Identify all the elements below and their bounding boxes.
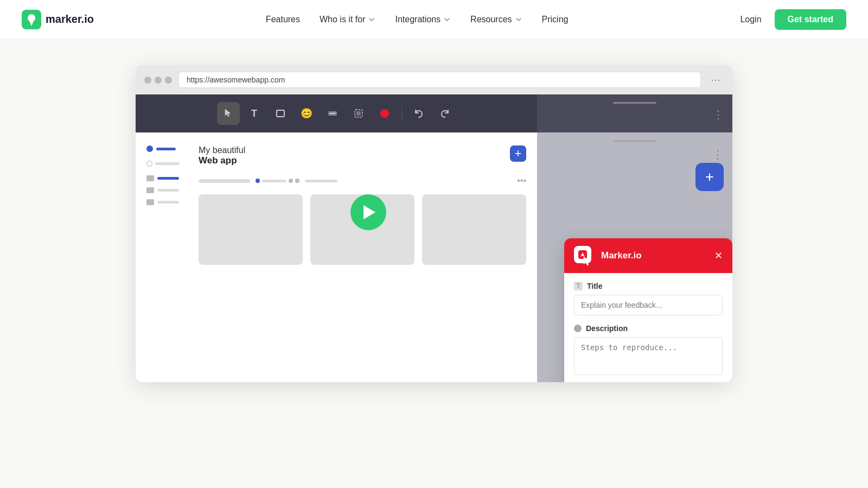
- sidebar-icon: [146, 199, 154, 205]
- title-input[interactable]: [574, 295, 723, 315]
- progress-track: [262, 180, 286, 182]
- description-field-header: Description: [574, 324, 723, 333]
- marker-logo-with-cursor: [574, 246, 593, 265]
- svg-rect-10: [146, 187, 154, 193]
- title-field: T Title: [574, 282, 723, 315]
- text-tool-button[interactable]: T: [243, 102, 266, 125]
- sidebar-icon: [146, 175, 154, 181]
- fab-plus-button[interactable]: +: [695, 163, 724, 191]
- preview-area: My beautiful Web app +: [136, 132, 732, 382]
- sidebar-search-bar: [155, 162, 180, 165]
- title-label: Title: [587, 282, 603, 290]
- play-triangle-icon: [363, 205, 375, 219]
- color-icon: [379, 108, 390, 119]
- sidebar-item: [146, 199, 190, 205]
- description-icon: [574, 325, 582, 332]
- browser-mockup: https://awesomewebapp.com ⋯ T 😊: [136, 65, 732, 382]
- preview-main-content: My beautiful Web app +: [199, 145, 526, 369]
- rectangle-tool-button[interactable]: [269, 102, 292, 125]
- sidebar-icon: [146, 187, 154, 193]
- get-started-button[interactable]: Get started: [775, 9, 846, 30]
- toolbar-separator: [401, 106, 402, 121]
- main-content: https://awesomewebapp.com ⋯ T 😊: [0, 39, 868, 408]
- logo[interactable]: marker.io: [22, 10, 94, 29]
- undo-button[interactable]: [407, 102, 430, 125]
- logo-icon: [22, 10, 41, 29]
- chevron-down-icon: [368, 16, 375, 23]
- nav-links: Features Who is it for Integrations Reso…: [266, 15, 569, 24]
- cursor-arrow-icon: [583, 256, 595, 268]
- annotation-more-icon[interactable]: ⋮: [713, 108, 724, 121]
- website-preview: My beautiful Web app +: [136, 132, 537, 382]
- nav-resources[interactable]: Resources: [470, 15, 522, 24]
- preview-sidebar: [146, 145, 190, 369]
- svg-rect-9: [146, 175, 154, 181]
- color-tool-button[interactable]: [373, 102, 396, 125]
- login-button[interactable]: Login: [740, 15, 761, 24]
- marker-panel-body: T Title Description: [564, 273, 732, 382]
- annotation-area: T 😊: [136, 94, 732, 132]
- svg-rect-3: [277, 110, 284, 117]
- navigation: marker.io Features Who is it for Integra…: [0, 0, 868, 39]
- progress-bar-right: [305, 180, 337, 182]
- play-button[interactable]: [350, 194, 386, 230]
- blur-icon: [327, 108, 338, 119]
- preview-right-bar: [613, 140, 656, 142]
- sidebar-logo-line: [156, 148, 176, 150]
- nav-pricing[interactable]: Pricing: [542, 15, 569, 24]
- progress-dot: [289, 179, 293, 183]
- emoji-tool-button[interactable]: 😊: [295, 102, 318, 125]
- redo-button[interactable]: [433, 102, 456, 125]
- redo-icon: [439, 108, 450, 119]
- svg-rect-11: [146, 199, 154, 205]
- logo-text: marker.io: [46, 13, 94, 26]
- description-textarea[interactable]: [574, 337, 723, 375]
- browser-dot-yellow: [155, 77, 162, 84]
- title-icon: T: [574, 282, 583, 290]
- description-label: Description: [586, 324, 628, 333]
- nav-integrations[interactable]: Integrations: [395, 15, 451, 24]
- svg-rect-5: [330, 113, 335, 114]
- marker-panel-header: Marker.io ✕: [564, 238, 732, 273]
- marker-panel-close-button[interactable]: ✕: [714, 250, 723, 262]
- sidebar-logo-dot: [146, 145, 153, 152]
- marker-panel-logo: Marker.io: [574, 246, 642, 265]
- browser-dot-green: [165, 77, 172, 84]
- preview-add-button[interactable]: +: [510, 145, 526, 162]
- annotation-toolbar: T 😊: [136, 94, 537, 132]
- nav-right: Login Get started: [740, 9, 846, 30]
- svg-point-8: [380, 109, 389, 118]
- emoji-icon: 😊: [301, 107, 312, 119]
- rectangle-icon: [275, 108, 286, 119]
- marker-panel-title: Marker.io: [601, 250, 642, 261]
- preview-app-title: My beautiful Web app: [199, 145, 245, 166]
- crop-tool-button[interactable]: [347, 102, 370, 125]
- nav-features[interactable]: Features: [266, 15, 300, 24]
- progress-dot: [295, 179, 299, 183]
- sidebar-item: [146, 187, 190, 193]
- marker-panel: Marker.io ✕ T Title: [564, 238, 732, 382]
- title-field-header: T Title: [574, 282, 723, 290]
- cursor-icon: [223, 108, 234, 119]
- browser-addressbar[interactable]: https://awesomewebapp.com: [178, 72, 701, 88]
- preview-card-1: [199, 194, 303, 265]
- preview-card-3: [422, 194, 526, 265]
- blur-tool-button[interactable]: [321, 102, 344, 125]
- chevron-down-icon: [443, 16, 451, 23]
- browser-menu-icon: ⋯: [707, 72, 724, 88]
- crop-icon: [353, 108, 364, 119]
- preview-progress-row: •••: [199, 176, 526, 186]
- more-dots-icon: •••: [517, 176, 526, 186]
- undo-icon: [413, 108, 424, 119]
- svg-point-1: [28, 14, 35, 22]
- cursor-tool-button[interactable]: [217, 102, 240, 125]
- chevron-down-icon: [515, 16, 522, 23]
- sidebar-search-circle: [146, 161, 152, 167]
- description-field: Description: [574, 324, 723, 377]
- sidebar-item: [146, 175, 190, 181]
- browser-dot-red: [144, 77, 151, 84]
- browser-dots: [144, 77, 172, 84]
- progress-bar-left: [199, 179, 250, 183]
- nav-who-is-it-for[interactable]: Who is it for: [320, 15, 375, 24]
- preview-right-menu-icon[interactable]: ⋮: [712, 148, 724, 162]
